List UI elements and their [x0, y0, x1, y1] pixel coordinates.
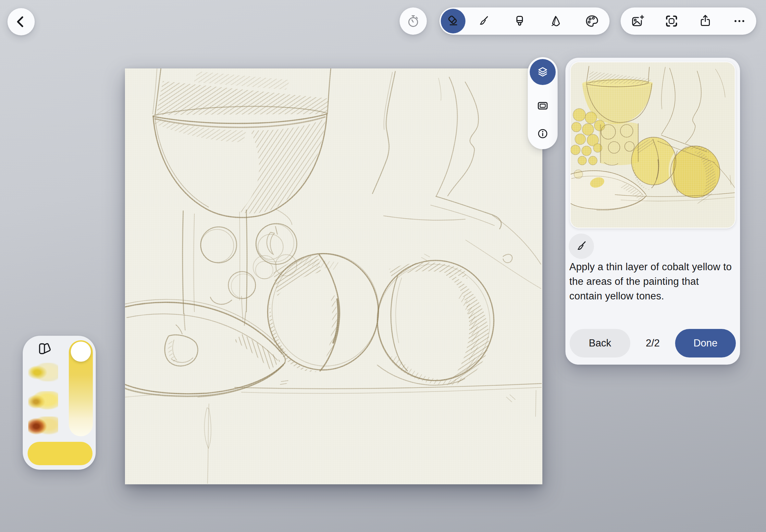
swatches-icon: [36, 341, 52, 357]
more-ellipsis-icon: [732, 13, 747, 29]
flat-brush-icon: [513, 14, 527, 28]
tool-blending-stump[interactable]: [538, 7, 574, 35]
drawing-canvas[interactable]: [125, 68, 542, 484]
tool-palette[interactable]: [574, 7, 610, 35]
step-navigation: Back 2/2 Done: [570, 329, 736, 357]
step-instruction-text: Apply a thin layer of cobalt yellow to t…: [569, 260, 734, 303]
color-panel: [23, 336, 96, 470]
still-life-sketch: [125, 68, 542, 484]
tool-paintbrush[interactable]: [466, 7, 502, 35]
swatch-pale-yellow-daub[interactable]: [28, 363, 58, 381]
tool-eraser[interactable]: [441, 9, 466, 33]
swatches-button[interactable]: [36, 341, 52, 357]
slider-thumb[interactable]: [71, 342, 91, 362]
step-done-button[interactable]: Done: [675, 329, 736, 357]
color-shade-slider[interactable]: [69, 340, 93, 436]
timer-button[interactable]: [400, 7, 427, 35]
step-type-chip: [569, 234, 594, 259]
fit-to-screen-button[interactable]: [655, 7, 689, 35]
layers-button[interactable]: [530, 59, 556, 85]
back-button[interactable]: [7, 8, 35, 35]
palette-icon: [584, 14, 599, 29]
actions-toolbar: [621, 7, 756, 35]
tool-flat-brush[interactable]: [502, 7, 538, 35]
info-button[interactable]: [536, 127, 550, 141]
fit-to-screen-icon: [664, 13, 679, 29]
painting-app: Apply a thin layer of cobalt yellow to t…: [0, 0, 766, 532]
current-color-swatch[interactable]: [28, 442, 92, 465]
layers-icon: [536, 65, 550, 79]
more-options-button[interactable]: [723, 7, 757, 35]
tools-toolbar: [440, 7, 610, 35]
swatch-orange-brown-daub[interactable]: [28, 417, 58, 435]
step-thumbnail-frame: [570, 62, 736, 228]
step-back-button[interactable]: Back: [570, 329, 630, 357]
share-icon: [698, 13, 713, 29]
tutorial-step-card: Apply a thin layer of cobalt yellow to t…: [565, 58, 740, 365]
swatch-yellow-daub[interactable]: [28, 391, 58, 410]
reference-frame-button[interactable]: [536, 99, 550, 113]
step-thumbnail: [571, 62, 735, 228]
paintbrush-icon: [574, 239, 589, 253]
step-counter: 2/2: [646, 337, 660, 349]
canvas-side-toolbar: [528, 57, 558, 149]
add-image-icon: [630, 13, 645, 29]
add-image-button[interactable]: [621, 7, 655, 35]
eraser-icon: [446, 14, 460, 28]
share-button[interactable]: [688, 7, 723, 35]
reference-frame-icon: [536, 99, 550, 113]
chevron-left-icon: [13, 14, 29, 30]
stopwatch-icon: [406, 13, 421, 29]
blending-stump-icon: [549, 14, 563, 28]
info-icon: [536, 127, 550, 141]
paintbrush-icon: [477, 14, 491, 28]
